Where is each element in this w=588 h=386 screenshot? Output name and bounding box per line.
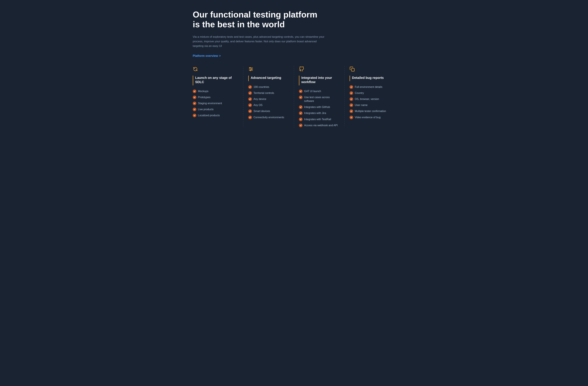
- feature-list-workflow: GAT UI launch Use test cases across soft…: [299, 89, 340, 127]
- list-item: Use test cases across software: [299, 95, 340, 103]
- sliders-icon: [248, 66, 289, 72]
- feature-label: Prototypes: [198, 95, 210, 99]
- column-title-bug-reports: Detailed bug reports: [350, 76, 390, 81]
- list-item: Connectivity environments: [248, 115, 289, 119]
- list-item: Territorial controls: [248, 91, 289, 95]
- list-item: Mockups: [193, 89, 238, 93]
- check-icon: [299, 89, 302, 93]
- feature-label: Full environment details: [355, 85, 382, 89]
- feature-label: Live products: [198, 107, 213, 111]
- feature-label: Any OS: [253, 103, 262, 107]
- check-icon: [299, 96, 302, 99]
- list-item: Live products: [193, 107, 238, 111]
- main-title: Our functional testing platform is the b…: [193, 10, 320, 29]
- feature-label: Smart devices: [253, 109, 270, 113]
- column-title-targeting: Advanced targeting: [248, 76, 289, 81]
- list-item: User name: [350, 103, 390, 107]
- list-item: Multiple tester confirmation: [350, 109, 390, 113]
- check-icon: [193, 96, 196, 99]
- column-workflow: Integrated into your workflow GAT UI lau…: [294, 66, 345, 127]
- list-item: Country: [350, 91, 390, 95]
- list-item: Video evidence of bug: [350, 115, 390, 119]
- column-sdlc: Launch on any stage of SDLC Mockups Prot…: [193, 66, 243, 127]
- list-item: GAT UI launch: [299, 89, 340, 93]
- check-icon: [350, 97, 353, 101]
- list-item: Full environment details: [350, 85, 390, 89]
- list-item: Prototypes: [193, 95, 238, 99]
- feature-label: Use test cases across software: [304, 95, 340, 103]
- column-targeting: Advanced targeting 190 countries Territo…: [243, 66, 294, 127]
- check-icon: [350, 116, 353, 119]
- check-icon: [350, 91, 353, 95]
- list-item: Integrates with TestRail: [299, 117, 340, 121]
- feature-label: 190 countries: [253, 85, 269, 89]
- page-container: Our functional testing platform is the b…: [180, 0, 408, 137]
- list-item: Smart devices: [248, 109, 289, 113]
- list-item: Integrates with GitHub: [299, 105, 340, 109]
- list-item: Localized products: [193, 114, 238, 117]
- check-icon: [248, 91, 252, 95]
- column-bug-reports: Detailed bug reports Full environment de…: [345, 66, 395, 127]
- feature-label: Territorial controls: [253, 91, 274, 95]
- features-grid: Launch on any stage of SDLC Mockups Prot…: [193, 66, 395, 127]
- feature-label: Integrates with GitHub: [304, 105, 330, 109]
- check-icon: [299, 118, 302, 121]
- check-icon: [193, 108, 196, 111]
- check-icon: [193, 102, 196, 105]
- refresh-icon: [193, 66, 238, 72]
- feature-label: Access via webhook and API: [304, 123, 338, 127]
- list-item: OS, browser, version: [350, 97, 390, 101]
- svg-point-4: [251, 69, 252, 69]
- check-icon: [350, 109, 353, 113]
- copy-icon: [350, 66, 390, 72]
- feature-list-sdlc: Mockups Prototypes Staging environment L…: [193, 89, 238, 117]
- svg-rect-6: [352, 68, 354, 71]
- check-icon: [248, 97, 252, 101]
- check-icon: [299, 105, 302, 109]
- check-icon: [193, 114, 196, 117]
- feature-label: Video evidence of bug: [355, 115, 380, 119]
- check-icon: [299, 124, 302, 127]
- github-icon: [299, 66, 340, 72]
- feature-label: Mockups: [198, 89, 209, 93]
- list-item: 190 countries: [248, 85, 289, 89]
- column-title-workflow: Integrated into your workflow: [299, 76, 340, 85]
- list-item: Access via webhook and API: [299, 123, 340, 127]
- feature-label: Staging environment: [198, 102, 222, 105]
- platform-link-arrow: >: [219, 54, 221, 58]
- feature-label: Integrates with TestRail: [304, 117, 331, 121]
- check-icon: [248, 103, 252, 107]
- feature-label: OS, browser, version: [355, 97, 379, 101]
- feature-label: Integrates with Jira: [304, 111, 326, 115]
- check-icon: [248, 85, 252, 89]
- check-icon: [248, 116, 252, 119]
- feature-label: User name: [355, 103, 368, 107]
- check-icon: [248, 109, 252, 113]
- feature-label: Any device: [253, 97, 266, 101]
- platform-link-label: Platform overview: [193, 54, 218, 58]
- column-title-sdlc: Launch on any stage of SDLC: [193, 76, 238, 85]
- hero-section: Our functional testing platform is the b…: [193, 10, 395, 58]
- check-icon: [350, 103, 353, 107]
- check-icon: [350, 85, 353, 89]
- feature-label: Localized products: [198, 114, 220, 117]
- svg-point-3: [250, 67, 250, 68]
- feature-label: Multiple tester confirmation: [355, 109, 386, 113]
- feature-list-bug-reports: Full environment details Country OS, bro…: [350, 85, 390, 119]
- list-item: Integrates with Jira: [299, 111, 340, 115]
- feature-list-targeting: 190 countries Territorial controls Any d…: [248, 85, 289, 119]
- feature-label: Connectivity environments: [253, 115, 284, 119]
- list-item: Any OS: [248, 103, 289, 107]
- feature-label: GAT UI launch: [304, 89, 321, 93]
- subtitle-text: Via a mixture of exploratory tests and t…: [193, 35, 327, 48]
- check-icon: [299, 111, 302, 115]
- list-item: Staging environment: [193, 102, 238, 105]
- platform-overview-link[interactable]: Platform overview >: [193, 54, 221, 58]
- check-icon: [193, 89, 196, 93]
- svg-point-5: [250, 70, 251, 71]
- feature-label: Country: [355, 91, 364, 95]
- list-item: Any device: [248, 97, 289, 101]
